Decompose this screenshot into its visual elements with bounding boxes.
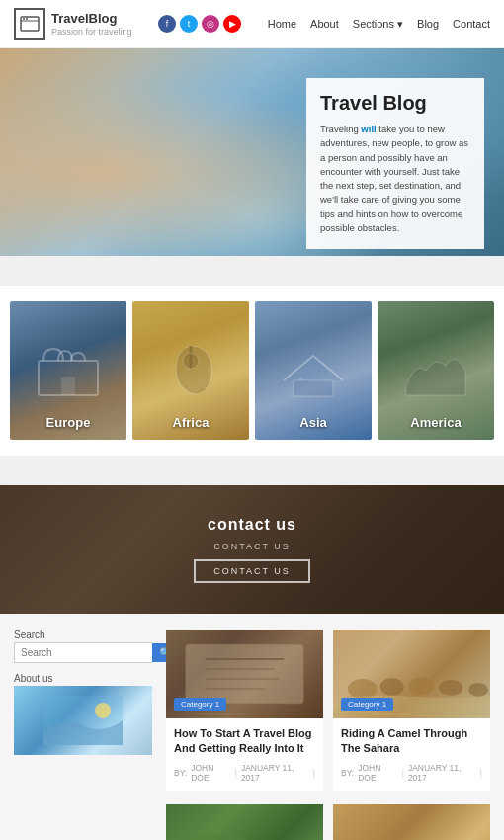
svg-point-21 xyxy=(439,680,462,696)
africa-label: Africa xyxy=(132,415,249,430)
svg-point-7 xyxy=(183,353,199,369)
blog-row-2 xyxy=(166,804,490,840)
author-1: JOHN DOE xyxy=(191,763,230,783)
logo-name: TravelBlog xyxy=(51,11,132,27)
blog-card-1-body: How To Start A Travel Blog And Getting R… xyxy=(166,718,323,791)
svg-point-19 xyxy=(380,678,404,696)
nav-sections[interactable]: Sections ▾ xyxy=(353,18,403,31)
destination-america[interactable]: America xyxy=(378,301,494,440)
svg-point-2 xyxy=(23,18,25,20)
nav-blog[interactable]: Blog xyxy=(417,18,439,30)
contact-subtitle: CONTACT US xyxy=(213,542,291,551)
blog-card-4 xyxy=(333,804,490,840)
date-1: JANUARY 11, 2017 xyxy=(241,763,309,783)
contact-button[interactable]: CONTACT US xyxy=(194,559,310,583)
blog-card-1: Category 1 How To Start A Travel Blog An… xyxy=(166,630,323,791)
author-2: JOHN DOE xyxy=(358,763,397,783)
contact-section: contact us CONTACT US CONTACT US xyxy=(0,485,504,614)
logo-icon xyxy=(14,8,45,40)
hero-section: Travel Blog Traveling will take you to n… xyxy=(0,48,504,256)
blog-card-1-title: How To Start A Travel Blog And Getting R… xyxy=(174,726,315,757)
blog-card-1-meta: BY: JOHN DOE | JANUARY 11, 2017 | xyxy=(174,763,315,783)
hero-body: Traveling will take you to new adventure… xyxy=(320,123,470,235)
nav: Home About Sections ▾ Blog Contact xyxy=(268,18,490,31)
date-2: JANUARY 11, 2017 xyxy=(408,763,476,783)
svg-rect-24 xyxy=(333,804,490,840)
section-divider xyxy=(0,256,504,286)
search-box: 🔍 xyxy=(14,642,152,663)
blog-card-1-category: Category 1 xyxy=(174,698,226,711)
meta-sep-3: | xyxy=(402,768,404,778)
hero-highlight: will xyxy=(361,124,376,134)
hero-card: Travel Blog Traveling will take you to n… xyxy=(306,78,484,249)
meta-sep-4: | xyxy=(480,768,482,778)
blog-cards: Category 1 How To Start A Travel Blog An… xyxy=(166,630,490,840)
section-divider-2 xyxy=(0,456,504,485)
instagram-icon[interactable]: ◎ xyxy=(202,15,219,33)
search-input[interactable] xyxy=(15,643,152,662)
about-label: About us xyxy=(14,673,152,684)
blog-card-2-body: Riding A Camel Through The Sahara BY: JO… xyxy=(333,718,490,791)
logo-area: TravelBlog Passion for traveling xyxy=(14,8,132,40)
twitter-icon[interactable]: t xyxy=(180,15,198,33)
about-image xyxy=(14,686,152,755)
svg-rect-5 xyxy=(61,377,75,395)
sidebar-about-group: About us xyxy=(14,673,152,755)
meta-sep-2: | xyxy=(313,768,315,778)
logo-subtitle: Passion for traveling xyxy=(51,27,132,37)
blog-card-2: Category 1 Riding A Camel Through The Sa… xyxy=(333,630,490,791)
america-label: America xyxy=(378,415,494,430)
destination-africa[interactable]: Africa xyxy=(132,301,249,440)
destination-europe[interactable]: Europe xyxy=(10,301,126,440)
svg-point-3 xyxy=(26,18,28,20)
contact-title: contact us xyxy=(208,516,296,534)
youtube-icon[interactable]: ▶ xyxy=(223,15,241,33)
by-label-2: BY: xyxy=(341,768,354,778)
blog-card-2-meta: BY: JOHN DOE | JANUARY 11, 2017 | xyxy=(341,763,482,783)
destination-asia[interactable]: Asia xyxy=(255,301,372,440)
blog-card-2-category: Category 1 xyxy=(341,698,393,711)
svg-point-20 xyxy=(409,677,435,695)
meta-sep-1: | xyxy=(235,768,237,778)
blog-card-2-title: Riding A Camel Through The Sahara xyxy=(341,726,482,757)
blog-card-3-image xyxy=(166,804,323,840)
svg-rect-12 xyxy=(186,644,303,704)
blog-card-1-image: Category 1 xyxy=(166,630,323,718)
header: TravelBlog Passion for traveling f t ◎ ▶… xyxy=(0,0,504,48)
svg-rect-23 xyxy=(166,804,323,840)
by-label-1: BY: xyxy=(174,768,187,778)
svg-point-10 xyxy=(95,703,111,718)
blog-row-1: Category 1 How To Start A Travel Blog An… xyxy=(166,630,490,791)
hero-title: Travel Blog xyxy=(320,92,470,115)
logo-text-group: TravelBlog Passion for traveling xyxy=(51,11,132,37)
sidebar-search-group: Search 🔍 xyxy=(14,630,152,663)
nav-about[interactable]: About xyxy=(310,18,339,30)
search-label: Search xyxy=(14,630,152,640)
sidebar: Search 🔍 About us xyxy=(14,630,152,755)
blog-section: Search 🔍 About us xyxy=(0,614,504,840)
destinations-section: Europe Africa Asia America xyxy=(0,286,504,456)
social-icons: f t ◎ ▶ xyxy=(158,15,241,33)
blog-card-2-image: Category 1 xyxy=(333,630,490,718)
svg-rect-8 xyxy=(294,380,333,396)
facebook-icon[interactable]: f xyxy=(158,15,176,33)
blog-card-3 xyxy=(166,804,323,840)
nav-contact[interactable]: Contact xyxy=(453,18,490,30)
blog-card-4-image xyxy=(333,804,490,840)
svg-point-22 xyxy=(468,683,488,697)
asia-label: Asia xyxy=(255,415,372,430)
nav-home[interactable]: Home xyxy=(268,18,296,30)
europe-label: Europe xyxy=(10,415,126,430)
